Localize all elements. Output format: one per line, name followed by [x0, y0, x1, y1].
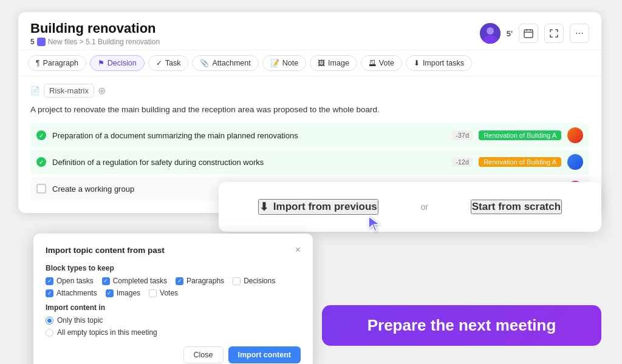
- toolbar-btn-attachment[interactable]: 📎 Attachment: [192, 55, 258, 71]
- radio-icon: [46, 317, 53, 325]
- svg-point-2: [484, 35, 497, 44]
- calendar-icon-btn[interactable]: [519, 24, 538, 43]
- checkbox-votes[interactable]: Votes: [149, 289, 178, 297]
- svg-point-1: [487, 27, 494, 35]
- header-right: 5' ⋯: [480, 23, 589, 44]
- cta-banner[interactable]: Prepare the next meeting: [322, 305, 601, 346]
- task-tag: Renovation of Building A: [479, 157, 561, 167]
- toolbar-btn-import-tasks[interactable]: ⬇ Import tasks: [406, 55, 472, 71]
- more-icon-btn[interactable]: ⋯: [570, 24, 589, 43]
- radio-only-this[interactable]: Only this topic: [46, 316, 301, 325]
- task-tag: Renovation of Building A: [479, 130, 561, 140]
- checkbox-icon: ✓: [46, 277, 53, 285]
- toolbar-btn-image[interactable]: 🖼 Image: [310, 55, 357, 71]
- attachment-icon: 📎: [200, 59, 209, 67]
- toolbar-label-decision: Decision: [108, 59, 137, 67]
- add-topic-icon[interactable]: ⊕: [98, 85, 106, 96]
- breadcrumb: 5 New files > 5.1 Building renovation: [30, 38, 160, 46]
- checkbox-label: Completed tasks: [113, 277, 167, 285]
- task-text: Preparation of a document summarizing th…: [52, 131, 446, 140]
- or-divider: or: [421, 202, 428, 212]
- avatar: [480, 23, 501, 44]
- topic-name: Risk-matrix: [44, 84, 94, 98]
- breadcrumb-path: New files > 5.1 Building renovation: [48, 38, 160, 46]
- task-check-pending[interactable]: [36, 184, 46, 194]
- description-text: A project to renovate the main building …: [30, 104, 589, 116]
- radio-label: All empty topics in this meeting: [57, 328, 157, 337]
- toolbar-label-import-tasks: Import tasks: [423, 59, 464, 67]
- task-text: Definition of a regulation for safety du…: [52, 158, 446, 167]
- checkbox-label: Images: [117, 289, 140, 297]
- note-icon: 📝: [270, 59, 279, 67]
- card-title: Building renovation: [30, 21, 160, 36]
- file-icon: 📄: [30, 86, 40, 95]
- checkbox-label: Decisions: [244, 277, 275, 285]
- block-types-label: Block types to keep: [46, 264, 301, 272]
- radio-group: Only this topic All empty topics in this…: [46, 316, 301, 337]
- action-panel: ⬇ Import from previous or Start from scr…: [219, 182, 601, 232]
- scratch-label: Start from scratch: [472, 201, 561, 213]
- close-icon[interactable]: ×: [295, 244, 301, 255]
- task-icon: ✓: [156, 59, 162, 67]
- radio-all-empty[interactable]: All empty topics in this meeting: [46, 328, 301, 337]
- toolbar-label-attachment: Attachment: [212, 59, 250, 67]
- import-dialog: Import topic content from past × Block t…: [33, 234, 313, 364]
- vote-icon: 🗳: [369, 59, 376, 67]
- paragraph-icon: ¶: [36, 59, 39, 67]
- image-icon: 🖼: [318, 59, 325, 67]
- header-left: Building renovation 5 New files > 5.1 Bu…: [30, 21, 160, 46]
- toolbar-btn-decision[interactable]: ⚑ Decision: [90, 55, 145, 71]
- checkbox-decisions[interactable]: Decisions: [233, 277, 275, 285]
- toolbar-label-paragraph: Paragraph: [43, 59, 78, 67]
- radio-icon: [46, 329, 53, 337]
- dialog-header: Import topic content from past ×: [46, 244, 301, 255]
- expand-icon-btn[interactable]: [544, 24, 564, 43]
- task-due: -37d: [452, 130, 473, 140]
- import-content-button[interactable]: Import content: [228, 346, 301, 363]
- avatar: [567, 154, 583, 170]
- start-from-scratch-button[interactable]: Start from scratch: [471, 200, 562, 214]
- breadcrumb-number: 5: [30, 38, 35, 46]
- toolbar-btn-note[interactable]: 📝 Note: [262, 55, 306, 71]
- table-row: ✓ Preparation of a document summarizing …: [30, 123, 589, 147]
- checkbox-group: ✓ Open tasks ✓ Completed tasks ✓ Paragra…: [46, 277, 301, 297]
- checkbox-label: Open tasks: [56, 277, 94, 285]
- checkbox-open-tasks[interactable]: ✓ Open tasks: [46, 277, 94, 285]
- checkbox-icon: ✓: [102, 277, 110, 285]
- cta-text: Prepare the next meeting: [367, 316, 556, 335]
- table-row: ✓ Definition of a regulation for safety …: [30, 150, 589, 174]
- decision-icon: ⚑: [98, 59, 104, 67]
- toolbar-label-note: Note: [282, 59, 298, 67]
- toolbar-label-image: Image: [328, 59, 349, 67]
- dialog-title: Import topic content from past: [46, 246, 165, 255]
- svg-rect-3: [524, 30, 533, 38]
- close-button[interactable]: Close: [183, 346, 224, 363]
- checkbox-label: Attachments: [56, 289, 97, 297]
- checkbox-icon: ✓: [106, 289, 114, 297]
- import-content-label: Import content in: [46, 303, 301, 312]
- checkbox-icon: ✓: [46, 289, 53, 297]
- toolbar: ¶ Paragraph ⚑ Decision ✓ Task 📎 Attachme…: [18, 50, 601, 76]
- checkbox-paragraphs[interactable]: ✓ Paragraphs: [176, 277, 224, 285]
- import-icon: ⬇: [259, 200, 268, 214]
- import-tasks-icon: ⬇: [414, 59, 420, 67]
- import-from-previous-button[interactable]: ⬇ Import from previous: [258, 199, 378, 215]
- toolbar-label-task: Task: [165, 59, 181, 67]
- topic-label: 📄 Risk-matrix ⊕: [30, 84, 589, 98]
- dialog-footer: Close Import content: [46, 346, 301, 363]
- time-badge: 5': [507, 29, 513, 38]
- toolbar-btn-task[interactable]: ✓ Task: [148, 55, 189, 71]
- checkbox-label: Votes: [160, 289, 178, 297]
- task-check-done[interactable]: ✓: [36, 157, 46, 167]
- checkbox-images[interactable]: ✓ Images: [106, 289, 140, 297]
- checkbox-completed-tasks[interactable]: ✓ Completed tasks: [102, 277, 167, 285]
- breadcrumb-icon: [37, 38, 46, 46]
- toolbar-btn-vote[interactable]: 🗳 Vote: [361, 55, 402, 71]
- radio-label: Only this topic: [57, 316, 103, 325]
- card-header: Building renovation 5 New files > 5.1 Bu…: [18, 12, 601, 50]
- toolbar-btn-paragraph[interactable]: ¶ Paragraph: [28, 55, 86, 71]
- task-check-done[interactable]: ✓: [36, 130, 46, 140]
- checkbox-icon: [233, 277, 241, 285]
- toolbar-label-vote: Vote: [379, 59, 394, 67]
- checkbox-attachments[interactable]: ✓ Attachments: [46, 289, 97, 297]
